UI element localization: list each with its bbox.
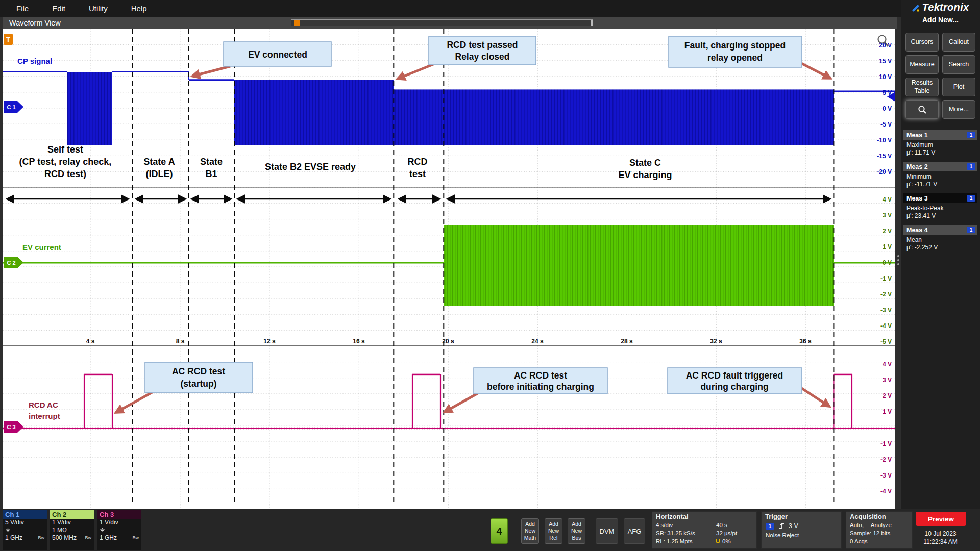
svg-text:0 V: 0 V (883, 259, 892, 266)
meas-1-source-badge: 1 (967, 132, 975, 138)
svg-text:2 V: 2 V (883, 228, 892, 235)
results-table-button[interactable]: Results Table (905, 78, 939, 96)
svg-text:4 s: 4 s (86, 338, 95, 345)
menu-utility[interactable]: Utility (89, 4, 108, 13)
trigger-position-handle[interactable] (294, 20, 300, 26)
cursors-button[interactable]: Cursors (905, 33, 939, 52)
svg-text:EV connected: EV connected (248, 49, 307, 60)
svg-text:10 V: 10 V (879, 73, 892, 81)
bw-limit-label: Bw (85, 534, 91, 542)
svg-text:(IDLE): (IDLE) (146, 169, 173, 179)
trigger-panel[interactable]: Trigger 1 3 V Noise Reject (761, 511, 842, 549)
zoom-button[interactable] (905, 100, 939, 119)
meas-4-block[interactable]: Meas 4 1 Mean µ': -2.252 V (903, 225, 977, 253)
svg-text:during charging: during charging (700, 382, 768, 392)
channel-2-impedance: 1 MΩ (50, 527, 94, 534)
svg-text:-2 V: -2 V (880, 291, 892, 298)
more-button[interactable]: More... (942, 100, 975, 119)
channel-4-button[interactable]: 4 (491, 518, 508, 544)
meas-3-block[interactable]: Meas 3 1 Peak-to-Peak µ': 23.41 V (903, 193, 977, 221)
right-sidebar: Tektronix Add New... Cursors Callout Mea… (901, 0, 980, 509)
datetime: 10 Jul 2023 11:22:34 AM (901, 530, 980, 546)
meas-2-name: Meas 2 (906, 163, 928, 170)
svg-text:24 s: 24 s (531, 338, 544, 345)
meas-2-block[interactable]: Meas 2 1 Minimum µ': -11.71 V (903, 162, 977, 189)
meas-3-type: Peak-to-Peak (906, 205, 977, 212)
svg-text:0 V: 0 V (883, 105, 892, 112)
menu-bar: File Edit Utility Help (0, 0, 901, 17)
svg-text:Fault, charging stopped: Fault, charging stopped (684, 40, 786, 51)
svg-text:C 2: C 2 (7, 260, 15, 266)
svg-text:16 s: 16 s (353, 338, 365, 345)
channel-2-card[interactable]: Ch 2 1 V/div 1 MΩ 500 MHz Bw (50, 510, 94, 550)
svg-text:(CP test, relay check,: (CP test, relay check, (19, 157, 112, 167)
add-new-bus-button[interactable]: Add New Bus (568, 518, 585, 544)
svg-text:20 s: 20 s (442, 338, 454, 345)
svg-text:State: State (200, 157, 223, 167)
bw-limit-label: Bw (132, 534, 139, 542)
afg-button[interactable]: AFG (624, 518, 645, 544)
trigger-title: Trigger (762, 512, 841, 521)
rcd-label-line2: interrupt (29, 412, 60, 420)
horizontal-position-slider[interactable] (291, 19, 593, 26)
ground-icon (3, 527, 47, 534)
svg-text:-4 V: -4 V (880, 488, 892, 495)
measure-button[interactable]: Measure (905, 55, 939, 74)
horizontal-sample-rate: SR: 31.25 kS/s (656, 529, 716, 537)
callout-rcd-test-passed[interactable]: RCD test passed Relay closed (429, 36, 536, 65)
dvm-button[interactable]: DVM (596, 518, 618, 544)
acquisition-mode: Auto, (850, 521, 864, 529)
position-icon (716, 539, 720, 543)
add-new-math-button[interactable]: Add New Math (521, 518, 539, 544)
svg-text:12 s: 12 s (263, 338, 276, 345)
meas-2-type: Minimum (906, 173, 977, 181)
svg-text:State A: State A (143, 157, 175, 167)
svg-text:8 s: 8 s (176, 338, 185, 345)
svg-text:-5 V: -5 V (880, 338, 892, 345)
svg-text:-4 V: -4 V (880, 322, 892, 330)
meas-4-value: µ': -2.252 V (906, 244, 977, 252)
channel-3-card[interactable]: Ch 3 1 V/div 1 GHz Bw (97, 510, 141, 550)
waveform-view-titlebar: Waveform View (3, 17, 897, 29)
search-button[interactable]: Search (942, 55, 975, 74)
svg-text:-2 V: -2 V (880, 456, 892, 463)
meas-2-value: µ': -11.71 V (906, 181, 977, 188)
magnifier-icon (918, 105, 927, 114)
menu-help[interactable]: Help (131, 4, 147, 13)
tektronix-logo: Tektronix (901, 2, 980, 13)
svg-text:EV charging: EV charging (618, 170, 672, 180)
menu-file[interactable]: File (16, 4, 29, 13)
svg-text:20 V: 20 V (879, 42, 892, 49)
svg-text:RCD test): RCD test) (44, 169, 86, 179)
callout-ev-connected[interactable]: EV connected (224, 42, 331, 66)
meas-1-name: Meas 1 (906, 132, 928, 139)
add-new-ref-button[interactable]: Add New Ref (545, 518, 562, 544)
svg-text:-1 V: -1 V (880, 440, 892, 447)
meas-3-value: µ': 23.41 V (906, 212, 977, 220)
plot-button[interactable]: Plot (942, 78, 975, 96)
preview-button[interactable]: Preview (916, 512, 966, 526)
callout-ac-rcd-startup[interactable]: AC RCD test (startup) (145, 362, 253, 393)
callout-ac-rcd-fault[interactable]: AC RCD fault triggered during charging (668, 368, 802, 394)
svg-text:-5 V: -5 V (880, 121, 892, 128)
logo-mark-icon (912, 5, 919, 12)
svg-text:AC RCD test: AC RCD test (514, 370, 567, 381)
channel-1-card[interactable]: Ch 1 5 V/div 1 GHz Bw (3, 510, 47, 550)
channel-3-vdiv: 1 V/div (97, 519, 141, 527)
trigger-source-flag[interactable]: T (4, 34, 13, 45)
callout-ac-rcd-before-charging[interactable]: AC RCD test before initiating charging (474, 368, 607, 394)
svg-text:2 V: 2 V (883, 392, 892, 399)
callout-button[interactable]: Callout (942, 33, 975, 52)
acquisition-analyze: Analyze (871, 521, 892, 529)
callout-fault-charging-stopped[interactable]: Fault, charging stopped relay opened (669, 36, 802, 67)
panel-drag-handle[interactable] (896, 251, 900, 269)
meas-2-source-badge: 1 (967, 163, 975, 170)
menu-edit[interactable]: Edit (52, 4, 65, 13)
svg-text:AC RCD fault triggered: AC RCD fault triggered (686, 370, 783, 381)
waveform-plot[interactable]: C 1 C 2 C 3 T 20 V 15 (3, 29, 895, 509)
oscilloscope-ui: File Edit Utility Help Waveform View (0, 0, 980, 551)
horizontal-panel[interactable]: Horizontal 4 s/div 40 s SR: 31.25 kS/s 3… (652, 511, 757, 549)
meas-1-block[interactable]: Meas 1 1 Maximum µ': 11.71 V (903, 130, 977, 158)
svg-text:15 V: 15 V (879, 58, 892, 65)
rising-edge-icon (778, 522, 785, 530)
